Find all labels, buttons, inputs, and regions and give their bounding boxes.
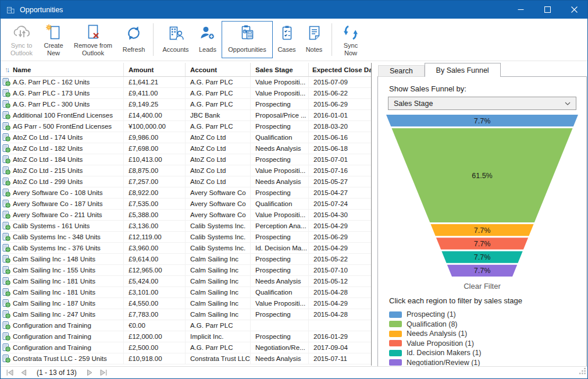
table-row[interactable]: Calm Sailing Inc - 187 Units £4,550.00 C… xyxy=(1,298,371,309)
legend-label: Negotiation/Review (1) xyxy=(407,359,480,367)
tab-by-sales-funnel[interactable]: By Sales Funnel xyxy=(425,63,501,77)
cell-expected-close-date: 2016-01-29 xyxy=(309,331,371,342)
table-row[interactable]: Avery Software Co - 108 Units £8,922.00 … xyxy=(1,187,371,199)
cell-sales-stage: Prospecting xyxy=(251,265,309,275)
cell-expected-close-date: 2015-06-22 xyxy=(309,88,371,98)
cell-amount: £7,783.00 xyxy=(124,309,186,320)
table-row[interactable]: Configuration and Training €0.00 A.G. Pa… xyxy=(1,320,371,331)
next-page-button[interactable] xyxy=(83,367,97,378)
cell-amount: £1,641.21 xyxy=(124,77,186,87)
column-header-expected-close-date[interactable]: Expected Close Date xyxy=(309,63,371,76)
cell-amount: £5,424.00 xyxy=(124,276,186,286)
table-row[interactable]: Configuration and Training £2,500.00 A.G… xyxy=(1,342,371,353)
sort-ascending-icon: ↑↓ xyxy=(5,66,8,74)
table-row[interactable]: AtoZ Co Ltd - 182 Units £7,698.00 AtoZ C… xyxy=(1,143,371,154)
remove-from-outlook-button[interactable]: Remove from Outlook xyxy=(69,21,117,58)
sync-now-button[interactable]: Sync Now xyxy=(336,21,365,58)
table-row[interactable]: Additional 100 FrontEnd Licenses £14,400… xyxy=(1,110,371,121)
cases-button[interactable]: Cases xyxy=(274,21,300,58)
cell-expected-close-date: 2015-04-28 xyxy=(309,287,371,297)
notes-button[interactable]: Notes xyxy=(301,21,327,58)
cell-sales-stage: Needs Analysis xyxy=(251,143,309,154)
minimize-button[interactable] xyxy=(507,1,534,19)
table-row[interactable]: Calib Systems Inc - 376 Units £3,960.00 … xyxy=(1,243,371,254)
cell-sales-stage: Prospecting xyxy=(251,232,309,242)
table-row[interactable]: AtoZ Co Ltd - 299 Units £7,257.00 AtoZ C… xyxy=(1,176,371,187)
cell-sales-stage: Perception Ana... xyxy=(251,221,309,231)
cell-account: Calm Sailing Inc xyxy=(186,265,251,275)
cell-account: Calm Sailing Inc xyxy=(186,254,251,264)
create-new-button[interactable]: Create New xyxy=(40,21,67,58)
legend-item: Prospecting (1) xyxy=(389,310,482,320)
previous-page-button[interactable] xyxy=(17,367,31,378)
legend-label: Prospecting (1) xyxy=(407,310,456,318)
cell-sales-stage: Prospecting xyxy=(251,154,309,165)
cell-account: A.G. Parr PLC xyxy=(186,77,251,87)
opportunity-row-icon xyxy=(2,89,10,97)
table-row[interactable]: AtoZ Co Ltd - 184 Units £10,413.00 AtoZ … xyxy=(1,154,371,165)
table-row[interactable]: AtoZ Co Ltd - 174 Units £9,986.00 AtoZ C… xyxy=(1,132,371,143)
accounts-icon xyxy=(166,23,185,43)
last-page-button[interactable] xyxy=(97,367,111,378)
legend-item: Id. Decision Makers (1) xyxy=(389,348,482,358)
title-bar: Opportunities xyxy=(1,1,587,19)
cell-expected-close-date: 2015-05-12 xyxy=(309,276,371,286)
tab-search[interactable]: Search xyxy=(378,65,425,77)
cell-sales-stage: Prospecting xyxy=(251,254,309,264)
table-row[interactable]: Calm Sailing Inc - 181 Units £3,101.00 C… xyxy=(1,287,371,298)
column-header-sales-stage[interactable]: Sales Stage xyxy=(251,63,309,76)
cell-expected-close-date: 2015-06-29 xyxy=(309,99,371,109)
cell-account: Avery Software Co xyxy=(186,199,251,209)
accounts-button[interactable]: Accounts xyxy=(158,21,194,58)
column-header-name[interactable]: ↑↓ Name xyxy=(1,63,124,76)
table-row[interactable]: A.G. Parr PLC - 162 Units £1,641.21 A.G.… xyxy=(1,77,371,88)
table-row[interactable]: Calib Systems Inc - 348 Units £12,119.00… xyxy=(1,232,371,243)
table-row[interactable]: Calm Sailing Inc - 181 Units £5,424.00 C… xyxy=(1,276,371,287)
sync-to-outlook-button[interactable]: Sync to Outlook xyxy=(5,21,38,58)
sync-now-icon xyxy=(341,23,360,42)
table-row[interactable]: Calm Sailing Inc - 247 Units £7,783.00 C… xyxy=(1,309,371,320)
table-row[interactable]: Avery Software Co - 187 Units £7,535.00 … xyxy=(1,199,371,210)
opportunity-row-icon xyxy=(2,343,10,352)
opportunity-row-icon xyxy=(2,355,10,363)
cell-account: Calm Sailing Inc xyxy=(186,309,251,320)
maximize-button[interactable] xyxy=(534,1,561,19)
resize-grip[interactable] xyxy=(579,367,586,377)
table-row[interactable]: AtoZ Co Ltd - 215 Units £8,875.00 AtoZ C… xyxy=(1,165,371,176)
toolbar-button-label: Sync Now xyxy=(339,42,362,56)
grid-body: A.G. Parr PLC - 162 Units £1,641.21 A.G.… xyxy=(1,77,371,364)
cell-amount: £10,918.00 xyxy=(124,353,186,364)
sales-funnel-by-dropdown[interactable]: Sales Stage xyxy=(388,97,576,110)
funnel-slice-percentage: 7.7% xyxy=(474,240,491,248)
table-row[interactable]: AG Parr - 500 FrontEnd Licenses ¥100,000… xyxy=(1,121,371,132)
column-header-amount[interactable]: Amount xyxy=(124,63,186,76)
cell-name: Calib Systems - 161 Units xyxy=(13,222,90,229)
table-row[interactable]: Constrata Trust LLC - 259 Units £10,918.… xyxy=(1,353,371,364)
legend-label: Id. Decision Makers (1) xyxy=(407,349,482,357)
column-header-account[interactable]: Account xyxy=(186,63,251,76)
table-row[interactable]: Avery Software Co - 211 Units £5,388.00 … xyxy=(1,210,371,221)
table-row[interactable]: A.G. Parr PLC - 173 Units £9,411.00 A.G.… xyxy=(1,88,371,99)
cell-expected-close-date: 2015-04-29 xyxy=(309,243,371,253)
first-page-button[interactable] xyxy=(3,367,17,378)
cell-amount: £7,698.00 xyxy=(124,143,186,154)
refresh-button[interactable]: Refresh xyxy=(119,21,149,58)
table-row[interactable]: A.G. Parr PLC - 300 Units £9,149.25 A.G.… xyxy=(1,99,371,110)
opportunity-row-icon xyxy=(2,167,10,175)
opportunities-grid: ↑↓ Name Amount Account Sales Stage Expec… xyxy=(1,63,372,366)
sales-funnel-chart[interactable]: 7.7%61.5%7.7%7.7%7.7%7.7% xyxy=(384,115,580,278)
cell-name: Calib Systems Inc - 348 Units xyxy=(13,233,101,240)
cell-amount: £9,411.00 xyxy=(124,88,186,98)
legend-item: Needs Analysis (1) xyxy=(389,329,482,339)
cell-account: JBC Bank xyxy=(186,110,251,121)
leads-button[interactable]: Leads xyxy=(195,21,220,58)
table-row[interactable]: Configuration and Training £12,000.00 Im… xyxy=(1,331,371,342)
clear-filter-button[interactable]: Clear Filter xyxy=(378,282,586,291)
table-row[interactable]: Calm Sailing Inc - 148 Units £9,614.00 C… xyxy=(1,254,371,265)
opportunities-button[interactable]: Opportunities xyxy=(222,21,273,58)
cell-amount: £9,986.00 xyxy=(124,132,186,143)
table-row[interactable]: Calib Systems - 161 Units £3,136.00 Cali… xyxy=(1,221,371,232)
cell-name: Calib Systems Inc - 376 Units xyxy=(13,245,101,252)
close-button[interactable] xyxy=(561,1,587,19)
table-row[interactable]: Calm Sailing Inc - 155 Units £12,965.00 … xyxy=(1,265,371,276)
